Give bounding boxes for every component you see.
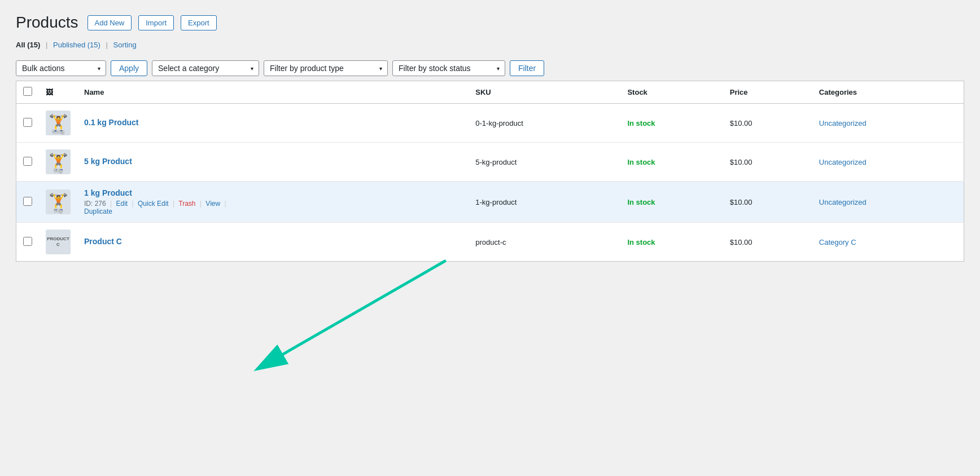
view-link[interactable]: View xyxy=(205,200,220,208)
kettlebell-icon: 🏋️ xyxy=(49,115,68,131)
row-sku: 5-kg-product xyxy=(475,158,517,166)
quick-edit-link[interactable]: Quick Edit xyxy=(138,200,169,208)
row-price: $10.00 xyxy=(730,198,753,206)
pipe: | xyxy=(110,200,112,208)
row-id: ID: 276 xyxy=(84,200,106,208)
sorting-link[interactable]: Sorting xyxy=(113,41,137,49)
row-stock-cell: In stock xyxy=(620,223,723,262)
row-checkbox[interactable] xyxy=(23,197,32,206)
apply-button[interactable]: Apply xyxy=(111,60,147,76)
row-category-cell: Category C xyxy=(812,223,964,262)
page-title: Products xyxy=(16,14,78,32)
product-name-link[interactable]: 5 kg Product xyxy=(84,157,462,166)
table-row: 🏋️ 1 kg 1 kg Product ID: 276 | Edit | Qu… xyxy=(16,182,964,223)
products-table-wrapper: 🖼 Name SKU Stock Price Categories 🏋️ 0.1… xyxy=(16,81,964,262)
kg-label: 1 kg xyxy=(54,209,62,213)
category-link[interactable]: Category C xyxy=(819,238,856,246)
th-price[interactable]: Price xyxy=(723,81,812,104)
import-button[interactable]: Import xyxy=(138,15,174,30)
th-categories: Categories xyxy=(812,81,964,104)
export-button[interactable]: Export xyxy=(181,15,217,30)
row-checkbox-cell xyxy=(16,182,40,223)
stock-status: In stock xyxy=(627,238,655,246)
product-image: 🏋️ 5 kg xyxy=(46,149,71,174)
table-row: 🏋️ 5 kg 5 kg Product 5-kg-product In sto… xyxy=(16,143,964,182)
toolbar: Bulk actions ▾ Apply Select a category ▾… xyxy=(16,56,964,81)
trash-link[interactable]: Trash xyxy=(178,200,195,208)
kettlebell-icon: 🏋️ xyxy=(49,194,68,210)
product-type-filter-select[interactable]: Filter by product type xyxy=(264,60,388,76)
category-link[interactable]: Uncategorized xyxy=(819,198,867,206)
filter-button[interactable]: Filter xyxy=(510,60,544,76)
table-body: 🏋️ 0.1 kg 0.1 kg Product 0-1-kg-product … xyxy=(16,104,964,262)
category-link[interactable]: Uncategorized xyxy=(819,158,867,166)
th-name[interactable]: Name xyxy=(77,81,469,104)
product-c-text-icon: PRODUCT C xyxy=(46,236,71,247)
row-category-cell: Uncategorized xyxy=(812,143,964,182)
published-filter-link[interactable]: Published (15) xyxy=(53,41,102,49)
row-sku: 1-kg-product xyxy=(475,198,517,206)
row-name-cell: 1 kg Product ID: 276 | Edit | Quick Edit… xyxy=(77,182,469,223)
row-image-cell: 🏋️ 1 kg xyxy=(39,182,77,223)
row-price: $10.00 xyxy=(730,238,753,246)
row-actions: ID: 276 | Edit | Quick Edit | Trash | Vi… xyxy=(84,200,462,215)
row-price: $10.00 xyxy=(730,119,753,127)
products-table: 🖼 Name SKU Stock Price Categories 🏋️ 0.1… xyxy=(16,81,964,262)
pipe: | xyxy=(224,200,226,208)
row-checkbox-cell xyxy=(16,143,40,182)
row-checkbox[interactable] xyxy=(23,157,32,166)
row-stock-cell: In stock xyxy=(620,104,723,143)
row-checkbox-cell xyxy=(16,223,40,262)
row-name-cell: Product C xyxy=(77,223,469,262)
bulk-actions-select[interactable]: Bulk actions xyxy=(16,60,106,76)
th-sku[interactable]: SKU xyxy=(469,81,620,104)
pipe: | xyxy=(132,200,134,208)
stock-filter-select[interactable]: Filter by stock status xyxy=(392,60,505,76)
duplicate-link[interactable]: Duplicate xyxy=(84,208,112,215)
row-checkbox[interactable] xyxy=(23,118,32,127)
stock-status: In stock xyxy=(627,119,655,127)
select-all-checkbox[interactable] xyxy=(23,87,32,96)
row-image-cell: PRODUCT C xyxy=(39,223,77,262)
category-filter-wrapper: Select a category ▾ xyxy=(152,60,259,76)
category-link[interactable]: Uncategorized xyxy=(819,119,867,127)
product-name-link[interactable]: Product C xyxy=(84,237,462,246)
row-checkbox[interactable] xyxy=(23,237,32,246)
kg-label: 0.1 kg xyxy=(53,130,64,134)
product-image: PRODUCT C xyxy=(46,230,71,254)
category-filter-select[interactable]: Select a category xyxy=(152,60,259,76)
pipe: | xyxy=(173,200,174,208)
image-col-icon: 🖼 xyxy=(46,88,53,96)
row-category-cell: Uncategorized xyxy=(812,104,964,143)
stock-filter-wrapper: Filter by stock status ▾ xyxy=(392,60,505,76)
svg-line-1 xyxy=(259,261,445,368)
row-sku-cell: 0-1-kg-product xyxy=(469,104,620,143)
subheader: All (15) | Published (15) | Sorting xyxy=(16,41,964,49)
product-image: 🏋️ 1 kg xyxy=(46,189,71,214)
row-sku-cell: product-c xyxy=(469,223,620,262)
th-image: 🖼 xyxy=(39,81,77,104)
sep1: | xyxy=(46,41,47,49)
row-price: $10.00 xyxy=(730,158,753,166)
page-header: Products Add New Import Export xyxy=(16,14,964,32)
row-image-cell: 🏋️ 0.1 kg xyxy=(39,104,77,143)
row-stock-cell: In stock xyxy=(620,143,723,182)
bulk-actions-wrapper: Bulk actions ▾ xyxy=(16,60,106,76)
row-stock-cell: In stock xyxy=(620,182,723,223)
row-price-cell: $10.00 xyxy=(723,182,812,223)
edit-link[interactable]: Edit xyxy=(116,200,128,208)
product-name-link[interactable]: 1 kg Product xyxy=(84,188,462,197)
stock-status: In stock xyxy=(627,158,655,166)
row-price-cell: $10.00 xyxy=(723,104,812,143)
row-name-cell: 5 kg Product xyxy=(77,143,469,182)
th-checkbox xyxy=(16,81,40,104)
row-sku-cell: 5-kg-product xyxy=(469,143,620,182)
row-price-cell: $10.00 xyxy=(723,223,812,262)
product-type-filter-wrapper: Filter by product type ▾ xyxy=(264,60,388,76)
row-image-cell: 🏋️ 5 kg xyxy=(39,143,77,182)
product-name-link[interactable]: 0.1 kg Product xyxy=(84,118,462,127)
product-image: 🏋️ 0.1 kg xyxy=(46,111,71,135)
row-sku-cell: 1-kg-product xyxy=(469,182,620,223)
row-sku: 0-1-kg-product xyxy=(475,119,523,127)
add-new-button[interactable]: Add New xyxy=(88,15,132,30)
